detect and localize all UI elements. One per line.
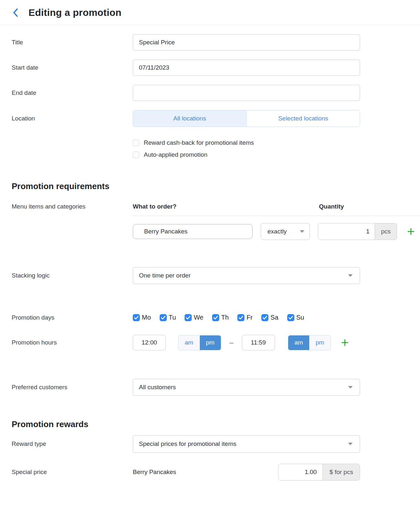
end-date-row: End date	[0, 85, 420, 101]
checkbox-checked-icon	[160, 314, 167, 321]
quantity-header: Quantity	[319, 203, 344, 210]
table-divider	[133, 216, 420, 216]
start-date-label: Start date	[0, 64, 133, 71]
rewards-heading: Promotion rewards	[12, 419, 420, 429]
day-checkbox-mo[interactable]: Mo	[133, 314, 151, 321]
title-input[interactable]	[133, 34, 360, 51]
from-time-input[interactable]	[133, 335, 166, 350]
preferred-customers-row: Preferred customers All customers	[0, 379, 420, 396]
day-label: Mo	[142, 314, 151, 321]
page-title: Editing a promotion	[28, 7, 121, 18]
checkbox-checked-icon	[261, 314, 268, 321]
end-date-label: End date	[0, 89, 133, 96]
reward-type-select[interactable]: Special prices for promotional items	[133, 435, 360, 453]
requirements-heading: Promotion requirements	[12, 181, 420, 191]
day-label: We	[194, 314, 203, 321]
chevron-left-icon	[12, 8, 19, 17]
from-am-option[interactable]: am	[178, 335, 200, 350]
comparator-value: exactly	[267, 228, 287, 235]
to-time-input[interactable]	[242, 335, 275, 350]
special-price-item-name: Berry Pancakes	[133, 469, 176, 476]
day-label: Th	[221, 314, 229, 321]
end-date-input[interactable]	[133, 85, 360, 101]
auto-applied-label: Auto-applied promotion	[144, 151, 207, 158]
start-date-input[interactable]	[133, 60, 360, 76]
day-checkbox-sa[interactable]: Sa	[261, 314, 278, 321]
special-price-unit: $ for pcs	[323, 464, 360, 480]
selected-locations-tab[interactable]: Selected locations	[246, 110, 360, 127]
special-price-row: Special price Berry Pancakes $ for pcs	[0, 464, 420, 481]
chevron-down-icon	[348, 274, 353, 277]
stacking-logic-row: Stacking logic One time per order	[0, 267, 420, 284]
stacking-logic-value: One time per order	[139, 272, 190, 279]
day-checkbox-tu[interactable]: Tu	[160, 314, 176, 321]
reward-type-label: Reward type	[0, 440, 133, 448]
location-toggle: All locations Selected locations	[133, 110, 360, 127]
special-price-input[interactable]	[278, 464, 323, 480]
promotion-form: Title Start date End date Location All	[0, 25, 420, 481]
back-button[interactable]	[12, 8, 19, 17]
day-label: Sa	[270, 314, 278, 321]
stacking-logic-label: Stacking logic	[0, 272, 133, 279]
quantity-group: pcs	[318, 223, 397, 240]
add-hours-button[interactable]	[341, 338, 349, 347]
from-pm-option[interactable]: pm	[200, 335, 221, 350]
menu-item-input[interactable]	[133, 224, 253, 239]
start-date-row: Start date	[0, 60, 420, 76]
to-meridiem-toggle: am pm	[288, 335, 331, 350]
checkbox-checked-icon	[237, 314, 244, 321]
day-label: Su	[296, 314, 304, 321]
reward-cashback-checkbox-row[interactable]: Reward cash-back for promotional items	[133, 139, 420, 146]
auto-applied-checkbox-row[interactable]: Auto-applied promotion	[133, 151, 420, 158]
page-header: Editing a promotion	[0, 0, 420, 25]
to-pm-option[interactable]: pm	[309, 335, 331, 350]
menu-items-row: Menu items and categories What to order?…	[0, 203, 420, 240]
promotion-hours-row: Promotion hours am pm – am pm	[0, 335, 420, 350]
preferred-customers-select[interactable]: All customers	[133, 379, 360, 396]
preferred-customers-value: All customers	[139, 384, 176, 391]
promotion-days-row: Promotion days Mo Tu We	[0, 314, 420, 321]
reward-cashback-checkbox[interactable]	[133, 140, 139, 146]
day-checkbox-fr[interactable]: Fr	[237, 314, 253, 321]
day-checkbox-we[interactable]: We	[185, 314, 203, 321]
promotion-hours-label: Promotion hours	[0, 339, 133, 346]
chevron-down-icon	[348, 386, 353, 389]
time-range-separator: –	[230, 339, 233, 346]
from-meridiem-toggle: am pm	[178, 335, 221, 350]
reward-type-value: Special prices for promotional items	[139, 440, 236, 448]
special-price-label: Special price	[0, 469, 133, 476]
day-checkbox-su[interactable]: Su	[287, 314, 304, 321]
chevron-down-icon	[348, 443, 353, 445]
quantity-input[interactable]	[318, 223, 375, 240]
checkbox-checked-icon	[133, 314, 140, 321]
day-checkbox-group: Mo Tu We Th	[133, 314, 360, 321]
location-row: Location All locations Selected location…	[0, 110, 420, 127]
quantity-unit: pcs	[375, 223, 397, 240]
reward-cashback-label: Reward cash-back for promotional items	[144, 139, 254, 146]
day-label: Fr	[246, 314, 253, 321]
location-label: Location	[0, 115, 133, 122]
stacking-logic-select[interactable]: One time per order	[133, 267, 360, 284]
chevron-down-icon	[300, 230, 304, 233]
auto-applied-checkbox[interactable]	[133, 152, 139, 158]
preferred-customers-label: Preferred customers	[0, 384, 133, 391]
requirements-table-header: What to order? Quantity	[133, 203, 420, 216]
promotion-days-label: Promotion days	[0, 314, 133, 321]
day-label: Tu	[169, 314, 176, 321]
to-am-option[interactable]: am	[288, 335, 310, 350]
title-label: Title	[0, 39, 133, 46]
reward-type-row: Reward type Special prices for promotion…	[0, 435, 420, 453]
checkbox-checked-icon	[185, 314, 192, 321]
plus-icon	[407, 227, 415, 236]
comparator-select[interactable]: exactly	[261, 223, 310, 240]
hours-controls: am pm – am pm	[133, 335, 360, 350]
day-checkbox-th[interactable]: Th	[212, 314, 229, 321]
checkbox-checked-icon	[212, 314, 219, 321]
all-locations-tab[interactable]: All locations	[133, 110, 246, 127]
promotion-options: Reward cash-back for promotional items A…	[133, 139, 420, 158]
what-to-order-header: What to order?	[133, 203, 319, 210]
plus-icon	[341, 338, 349, 347]
add-item-button[interactable]	[407, 227, 415, 236]
title-row: Title	[0, 34, 420, 51]
checkbox-checked-icon	[287, 314, 294, 321]
